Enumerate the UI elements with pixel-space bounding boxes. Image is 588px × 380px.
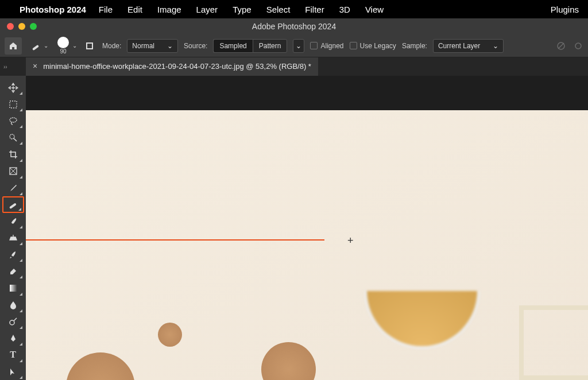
healing-brush-icon	[8, 199, 18, 210]
home-icon	[9, 41, 18, 51]
window-title: Adobe Photoshop 2024	[252, 22, 336, 31]
blur-icon	[8, 300, 18, 310]
home-button[interactable]	[5, 37, 22, 55]
healing-brush-icon	[31, 41, 41, 51]
canvas[interactable]: +	[26, 76, 588, 380]
brush-tool[interactable]	[2, 213, 24, 230]
eyedropper-tool[interactable]	[2, 180, 24, 196]
history-brush-tool[interactable]	[2, 246, 24, 263]
marquee-tool[interactable]	[2, 96, 24, 113]
source-sampled-button[interactable]: Sampled	[213, 39, 252, 53]
tool-preset-picker[interactable]: ⌄	[28, 40, 52, 52]
svg-line-4	[558, 43, 564, 49]
sample-dropdown[interactable]: Current Layer	[433, 39, 504, 53]
menu-select[interactable]: Select	[266, 5, 291, 14]
legacy-label: Use Legacy	[360, 42, 396, 50]
clone-stamp-icon	[8, 233, 18, 243]
brush-icon	[8, 216, 18, 227]
gradient-icon	[9, 284, 18, 293]
marquee-icon	[9, 100, 18, 109]
eraser-tool[interactable]	[2, 263, 24, 280]
type-tool[interactable]: T	[2, 347, 24, 363]
clone-stamp-tool[interactable]	[2, 230, 24, 246]
canvas-image: +	[26, 110, 588, 380]
options-bar: ⌄ 90 ⌄ Mode: Normal Source: Sampled Patt…	[0, 34, 588, 57]
mode-label: Mode:	[102, 42, 121, 50]
brush-panel-icon	[84, 41, 95, 51]
lasso-tool[interactable]	[2, 113, 24, 129]
gradient-tool[interactable]	[2, 280, 24, 296]
pressure-size-icon[interactable]	[573, 41, 583, 51]
history-brush-icon	[8, 250, 18, 260]
aligned-checkbox[interactable]	[310, 42, 318, 49]
tabbar: ›› × minimal-home-office-workplace-2021-…	[0, 57, 588, 76]
source-pattern-button[interactable]: Pattern	[253, 39, 288, 53]
annotation-line	[26, 239, 324, 241]
menu-layer[interactable]: Layer	[196, 5, 218, 14]
ignore-adjustment-icon[interactable]	[556, 41, 566, 51]
move-icon	[8, 83, 18, 93]
path-select-icon	[9, 367, 18, 377]
maximize-window-button[interactable]	[30, 23, 37, 30]
pattern-picker[interactable]	[293, 39, 304, 53]
frame-icon	[9, 166, 18, 176]
move-tool[interactable]	[2, 79, 24, 96]
legacy-checkbox[interactable]	[350, 42, 357, 49]
menu-image[interactable]: Image	[157, 5, 181, 14]
menu-3d[interactable]: 3D	[339, 5, 350, 14]
menu-filter[interactable]: Filter	[305, 5, 324, 14]
close-window-button[interactable]	[7, 23, 14, 30]
menu-plugins[interactable]: Plugins	[551, 5, 579, 14]
mode-value: Normal	[132, 42, 154, 50]
mode-dropdown[interactable]: Normal	[127, 39, 178, 53]
minimize-window-button[interactable]	[18, 23, 25, 30]
image-object	[261, 342, 316, 380]
app-name[interactable]: Photoshop 2024	[20, 5, 86, 14]
svg-rect-2	[87, 44, 92, 48]
eyedropper-icon	[8, 183, 18, 193]
brush-size-value: 90	[60, 48, 66, 55]
brush-preset-picker[interactable]: 90	[57, 37, 69, 55]
image-object	[158, 323, 182, 347]
crop-icon	[8, 149, 18, 160]
image-object	[365, 291, 479, 348]
aligned-label: Aligned	[320, 42, 343, 50]
sample-label: Sample:	[402, 42, 427, 50]
crop-tool[interactable]	[2, 146, 24, 162]
healing-brush-tool[interactable]	[2, 196, 24, 213]
collapse-handle-icon[interactable]: ››	[3, 64, 7, 70]
path-select-tool[interactable]	[2, 363, 24, 380]
image-object	[66, 352, 135, 380]
svg-point-8	[10, 134, 14, 139]
type-icon: T	[10, 350, 16, 360]
svg-line-15	[14, 318, 17, 321]
quick-select-tool[interactable]	[2, 129, 24, 146]
svg-rect-0	[32, 44, 39, 50]
traffic-lights	[7, 23, 37, 30]
tab-title: minimal-home-office-workplace-2021-09-24…	[43, 62, 311, 71]
svg-rect-6	[10, 101, 17, 108]
pen-icon	[8, 333, 18, 343]
menu-view[interactable]: View	[365, 5, 384, 14]
frame-tool[interactable]	[2, 163, 24, 180]
brush-settings-button[interactable]	[83, 39, 96, 53]
blur-tool[interactable]	[2, 297, 24, 313]
svg-point-7	[10, 118, 17, 122]
svg-point-5	[575, 43, 581, 49]
source-label: Source:	[184, 42, 207, 50]
document-tab[interactable]: × minimal-home-office-workplace-2021-09-…	[26, 57, 318, 76]
image-object	[519, 305, 588, 380]
dodge-tool[interactable]	[2, 313, 24, 330]
svg-rect-13	[10, 285, 17, 292]
svg-rect-12	[9, 203, 16, 210]
pen-tool[interactable]	[2, 330, 24, 347]
tab-close-button[interactable]: ×	[33, 61, 37, 71]
menu-edit[interactable]: Edit	[127, 5, 142, 14]
menu-file[interactable]: File	[99, 5, 113, 14]
eraser-icon	[8, 266, 18, 277]
lasso-icon	[8, 116, 18, 126]
titlebar: Adobe Photoshop 2024	[0, 18, 588, 34]
dodge-icon	[8, 316, 18, 327]
source-toggle-group: Sampled Pattern	[213, 39, 287, 53]
menu-type[interactable]: Type	[233, 5, 252, 14]
